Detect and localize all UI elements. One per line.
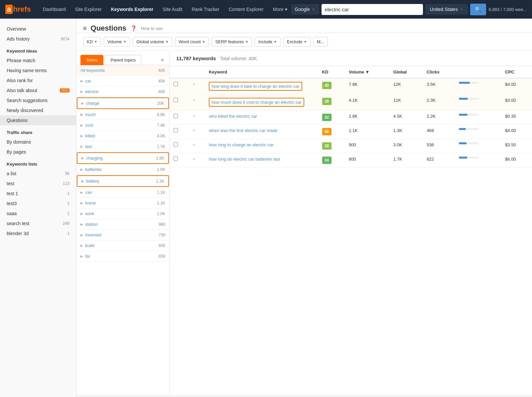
sidebar-list-item-test[interactable]: test113 <box>0 179 76 189</box>
hamburger-icon[interactable]: ≡ <box>83 25 87 32</box>
row-checkbox-cell[interactable] <box>170 139 189 153</box>
nav-link-rank-tracker[interactable]: Rank Tracker <box>188 4 223 15</box>
row-checkbox[interactable] <box>174 82 178 86</box>
sidebar-item-overview[interactable]: Overview <box>0 24 76 34</box>
keyword-text[interactable]: who killed the electric car <box>209 114 314 119</box>
term-item[interactable]: ▶charging1.6K <box>77 152 169 164</box>
sidebar-item-search-suggestions[interactable]: Search suggestions <box>0 95 76 105</box>
sidebar-item-ads-history[interactable]: Ads historyBETA <box>0 34 76 44</box>
collapse-panel-button[interactable]: « <box>160 56 165 64</box>
chevron-down-icon: ▼ <box>123 40 126 44</box>
clicks-bar <box>459 142 497 144</box>
clicks-cell: 469 <box>423 125 455 139</box>
sidebar-list-item-test3[interactable]: test31 <box>0 198 76 208</box>
term-name: car <box>85 78 158 83</box>
keyword-text[interactable]: how long do electric car batteries last <box>209 157 314 162</box>
row-checkbox[interactable] <box>174 98 178 102</box>
nav-link-content-explorer[interactable]: Content Explorer <box>225 4 268 15</box>
sidebar-item-by-pages[interactable]: By pages <box>0 147 76 157</box>
row-checkbox[interactable] <box>174 142 178 147</box>
search-input[interactable] <box>325 4 420 15</box>
term-item[interactable]: ▶charge20K <box>77 97 169 109</box>
row-checkbox-cell[interactable] <box>170 125 189 139</box>
keyword-cell: when was the first electric car made <box>205 125 318 139</box>
term-name: build <box>85 243 159 248</box>
volume-col-header[interactable]: Volume ▼ <box>345 66 389 78</box>
country-select[interactable]: United States ▼ <box>426 4 467 14</box>
row-checkbox-cell[interactable] <box>170 94 189 110</box>
filter-btn-volume[interactable]: Volume▼ <box>104 37 130 47</box>
cpc-cell: $3.50 <box>501 139 532 153</box>
sidebar-item-also-talk-about[interactable]: Also talk aboutNEW <box>0 85 76 95</box>
keyword-col-header: Keyword <box>205 66 318 78</box>
sidebar-item-phrase-match[interactable]: Phrase match <box>0 56 76 66</box>
add-to-list-button[interactable]: + <box>189 110 205 125</box>
sidebar-item-by-domains[interactable]: By domains <box>0 137 76 147</box>
row-checkbox-cell[interactable] <box>170 78 189 94</box>
filter-btn-serp-features[interactable]: SERP features▼ <box>211 37 252 47</box>
add-to-list-button[interactable]: + <box>189 153 205 168</box>
sidebar-list-item-saaa[interactable]: saaa1 <box>0 208 76 218</box>
term-item[interactable]: ▶home1.1K <box>76 198 169 208</box>
tab-parent-topics[interactable]: Parent topics <box>105 55 141 65</box>
sidebar-item-having-same-terms[interactable]: Having same terms <box>0 66 76 75</box>
sidebar-item-also-rank-for[interactable]: Also rank for <box>0 75 76 85</box>
terms-list: All keywords40K▶car40K▶electric40K▶charg… <box>76 65 169 395</box>
row-checkbox-cell[interactable] <box>170 110 189 125</box>
nav-link-site-audit[interactable]: Site Audit <box>159 4 186 15</box>
term-item[interactable]: ▶batteries1.5K <box>76 164 169 175</box>
filter-btn-include[interactable]: Include▼ <box>255 37 281 47</box>
term-item[interactable]: ▶work1.0K <box>76 208 169 219</box>
filter-btn-exclude[interactable]: Exclude▼ <box>283 37 311 47</box>
term-item[interactable]: ▶battery1.1K <box>77 175 169 187</box>
term-item[interactable]: ▶cost7.4K <box>76 120 169 131</box>
sidebar-item-newly-discovered[interactable]: Newly discovered <box>0 105 76 115</box>
how-to-use-link[interactable]: How to use <box>141 26 163 31</box>
term-item[interactable]: All keywords40K <box>76 65 169 76</box>
keyword-cell: how long does it take to charge an elect… <box>205 78 318 94</box>
sidebar-list-item-test-1[interactable]: test 11 <box>0 189 76 198</box>
tab-terms[interactable]: Terms <box>80 55 103 65</box>
search-button[interactable]: 🔍 <box>470 4 486 15</box>
keyword-link[interactable]: how long does it take to charge an elect… <box>209 82 314 91</box>
sidebar-list-item-search-test[interactable]: search test249 <box>0 218 76 228</box>
add-to-list-button[interactable]: + <box>189 78 205 94</box>
term-item[interactable]: ▶far650 <box>76 251 169 262</box>
keyword-text[interactable]: when was the first electric car made <box>209 128 314 133</box>
term-item[interactable]: ▶invented730 <box>76 230 169 240</box>
logo[interactable]: a hrefs <box>5 5 31 14</box>
filter-btn-global-volume[interactable]: Global volume▼ <box>133 37 172 47</box>
term-item[interactable]: ▶much8.9K <box>76 109 169 120</box>
term-item[interactable]: ▶killed4.0K <box>76 131 169 141</box>
row-checkbox[interactable] <box>174 128 178 132</box>
nav-link-keywords-explorer[interactable]: Keywords Explorer <box>107 4 158 15</box>
nav-link-site-explorer[interactable]: Site Explorer <box>71 4 106 15</box>
term-item[interactable]: ▶station980 <box>76 219 169 230</box>
keyword-link[interactable]: how much does it cost to charge an elect… <box>209 98 314 107</box>
term-item[interactable]: ▶electric40K <box>76 86 169 97</box>
add-to-list-button[interactable]: + <box>189 125 205 139</box>
nav-link-more-▾[interactable]: More ▾ <box>269 4 291 15</box>
add-to-list-button[interactable]: + <box>189 139 205 153</box>
sidebar-list-item-blender-3d[interactable]: blender 3d1 <box>0 228 76 238</box>
sidebar-item-questions[interactable]: Questions <box>0 115 76 125</box>
table-row: +when was the first electric car made501… <box>170 125 532 139</box>
term-item[interactable]: ▶last1.7K <box>76 141 169 152</box>
nav-link-dashboard[interactable]: Dashboard <box>39 4 70 15</box>
term-count: 1.0K <box>157 211 165 216</box>
filter-btn-kd[interactable]: KD▼ <box>83 37 101 47</box>
keyword-text[interactable]: how long to charge an electric car <box>209 142 314 147</box>
sidebar-section-keywords-lists: Keywords lists <box>0 157 76 169</box>
add-to-list-button[interactable]: + <box>189 94 205 110</box>
term-item[interactable]: ▶can1.1K <box>76 187 169 198</box>
term-item[interactable]: ▶build650 <box>76 240 169 251</box>
row-checkbox-cell[interactable] <box>170 153 189 168</box>
search-engine-select[interactable]: Google ▼ <box>291 4 319 14</box>
filter-btn-word-count[interactable]: Word count▼ <box>175 37 209 47</box>
cpc-cell: $4.00 <box>501 125 532 139</box>
sidebar-list-item-a-list[interactable]: a list56 <box>0 169 76 179</box>
filter-btn-m...[interactable]: M... <box>313 37 328 47</box>
term-item[interactable]: ▶car40K <box>76 76 169 86</box>
row-checkbox[interactable] <box>174 157 178 161</box>
row-checkbox[interactable] <box>174 114 178 118</box>
